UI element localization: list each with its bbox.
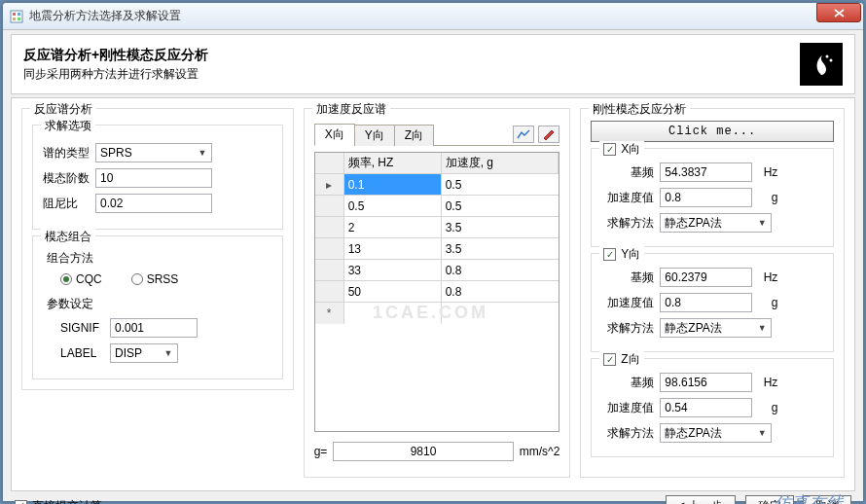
comb-method-label: 组合方法 bbox=[47, 250, 272, 267]
modes-input[interactable] bbox=[95, 168, 212, 188]
pencil-icon bbox=[542, 128, 556, 140]
y-acc-input[interactable] bbox=[660, 293, 752, 312]
group-acc-spectrum: 加速度反应谱 bbox=[312, 101, 390, 118]
x-method-select[interactable]: 静态ZPA法▼ bbox=[660, 213, 772, 233]
check-z[interactable]: ✓Z向 bbox=[599, 351, 643, 368]
output-select[interactable]: DISP ▼ bbox=[110, 343, 178, 363]
svg-rect-1 bbox=[13, 13, 16, 16]
chevron-down-icon: ▼ bbox=[755, 218, 769, 228]
page-title: 反应谱分析+刚性模态反应分析 bbox=[23, 47, 208, 64]
logo bbox=[800, 43, 843, 86]
chevron-down-icon: ▼ bbox=[196, 148, 209, 158]
radio-srss[interactable]: SRSS bbox=[131, 272, 179, 286]
submit-checkbox[interactable]: ✓直接提交计算 bbox=[15, 498, 102, 505]
z-method-select[interactable]: 静态ZPA法▼ bbox=[660, 423, 772, 443]
modes-label: 模态阶数 bbox=[43, 170, 90, 187]
x-freq-input[interactable] bbox=[660, 162, 752, 182]
group-solve-opts: 求解选项 bbox=[41, 118, 95, 134]
param-label: 参数设定 bbox=[47, 296, 272, 312]
g-unit: mm/s^2 bbox=[520, 445, 560, 458]
chevron-down-icon: ▼ bbox=[755, 323, 769, 333]
x-acc-input[interactable] bbox=[660, 188, 752, 207]
check-x[interactable]: ✓X向 bbox=[599, 141, 644, 158]
svg-rect-2 bbox=[18, 13, 20, 16]
spectrum-type-label: 谱的类型 bbox=[43, 145, 90, 162]
window-title: 地震分析方法选择及求解设置 bbox=[29, 8, 181, 24]
damping-input[interactable] bbox=[95, 194, 212, 213]
app-icon bbox=[9, 9, 24, 24]
y-freq-input[interactable] bbox=[660, 268, 752, 287]
chart-icon-button[interactable] bbox=[513, 126, 534, 143]
tab-y[interactable]: Y向 bbox=[354, 125, 395, 146]
group-spectrum: 反应谱分析 bbox=[30, 101, 96, 118]
chevron-down-icon: ▼ bbox=[755, 428, 769, 438]
titlebar[interactable]: 地震分析方法选择及求解设置 bbox=[3, 3, 863, 30]
tab-x[interactable]: X向 bbox=[314, 124, 355, 146]
edit-icon-button[interactable] bbox=[538, 126, 559, 143]
z-acc-input[interactable] bbox=[660, 398, 752, 417]
damping-label: 阻尼比 bbox=[43, 196, 78, 212]
chevron-down-icon: ▼ bbox=[162, 348, 175, 358]
check-y[interactable]: ✓Y向 bbox=[599, 246, 644, 263]
col-acc: 加速度, g bbox=[442, 153, 559, 173]
close-button[interactable] bbox=[816, 3, 861, 22]
svg-point-6 bbox=[830, 59, 833, 62]
signif-label: SIGNIF bbox=[60, 321, 104, 335]
output-label: LABEL bbox=[60, 346, 104, 360]
chart-icon bbox=[517, 128, 530, 140]
z-freq-input[interactable] bbox=[660, 373, 752, 392]
watermark: 仿真在线 bbox=[774, 491, 844, 504]
prev-button[interactable]: < 上一步 bbox=[666, 495, 736, 504]
svg-rect-4 bbox=[18, 18, 20, 20]
acc-table[interactable]: 频率, HZ 加速度, g ▸0.10.5 0.50.5 23.5 133.5 … bbox=[314, 152, 560, 432]
tab-z[interactable]: Z向 bbox=[394, 125, 434, 146]
g-input[interactable] bbox=[333, 442, 513, 461]
new-row-icon[interactable]: * bbox=[315, 303, 344, 324]
group-rigid: 刚性模态反应分析 bbox=[589, 101, 690, 118]
page-subtitle: 同步采用两种方法并进行求解设置 bbox=[23, 66, 208, 83]
g-label: g= bbox=[314, 445, 328, 458]
row-indicator-icon: ▸ bbox=[315, 174, 344, 195]
svg-point-5 bbox=[826, 55, 829, 58]
svg-rect-0 bbox=[11, 11, 22, 22]
col-freq: 频率, HZ bbox=[344, 153, 442, 173]
header-panel: 反应谱分析+刚性模态反应分析 同步采用两种方法并进行求解设置 bbox=[11, 34, 855, 94]
close-icon bbox=[834, 9, 845, 18]
svg-rect-3 bbox=[13, 18, 16, 20]
spectrum-type-select[interactable]: SPRS ▼ bbox=[95, 143, 212, 162]
y-method-select[interactable]: 静态ZPA法▼ bbox=[660, 318, 772, 338]
group-combination: 模态组合 bbox=[41, 229, 95, 245]
signif-input[interactable] bbox=[110, 318, 198, 338]
click-me-button[interactable]: Click me... bbox=[591, 121, 834, 142]
radio-cqc[interactable]: CQC bbox=[60, 272, 102, 286]
